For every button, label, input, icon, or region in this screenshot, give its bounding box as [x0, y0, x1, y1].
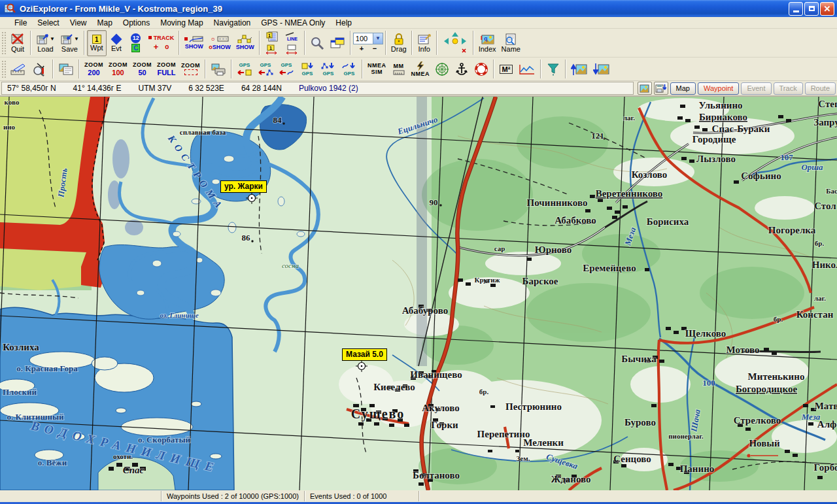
map-info-button[interactable]: Info — [415, 30, 434, 56]
close-button[interactable]: ✕ — [820, 2, 834, 16]
separator — [205, 59, 206, 78]
minimize-button[interactable] — [789, 2, 803, 16]
waypoints-used-cell: Waypoints Used : 2 of 10000 (GPS:1000) — [162, 491, 305, 501]
gps-get-track-button[interactable]: GPS — [339, 59, 360, 79]
save-disk-icon — [60, 33, 73, 45]
map-place-label: сплавная база — [180, 128, 226, 136]
restore-button[interactable] — [804, 2, 819, 16]
zoom-100-button[interactable]: ZOOM 100 — [106, 59, 130, 79]
waypoint-label[interactable]: ур. Жарки — [220, 180, 267, 193]
waypoint-find-button[interactable]: Waypoint — [698, 82, 739, 95]
zoom-dropdown-button[interactable]: ▼ — [373, 33, 383, 44]
zoom-200-button[interactable]: ZOOM 200 — [82, 59, 106, 79]
compass-icon — [435, 62, 449, 76]
funnel-icon — [547, 63, 559, 76]
menu-navigation[interactable]: Navigation — [209, 18, 256, 28]
copy-map-image-button[interactable] — [56, 59, 77, 79]
track-find-button[interactable]: Track — [774, 82, 803, 95]
pan-control[interactable] — [439, 30, 471, 56]
svg-text:I: I — [481, 35, 483, 41]
quick-save-button[interactable] — [654, 82, 668, 95]
moving-map-button[interactable]: MM — [389, 59, 409, 79]
screenshot-button[interactable] — [638, 82, 652, 95]
gps-get-routes-button[interactable]: GPS — [318, 59, 339, 79]
map-canvas[interactable]: ковоино84сплавная базаЕцильничоКОСТРОМАП… — [0, 97, 837, 490]
zoom-out-button[interactable]: − — [369, 46, 380, 53]
area-measure-button[interactable]: M² — [496, 59, 516, 79]
drag-map-button[interactable]: Drag — [388, 30, 409, 56]
menu-moving-map[interactable]: Moving Map — [155, 18, 208, 28]
load-dropdown-arrow[interactable]: ▼ — [50, 37, 55, 42]
gps-send-routes-button[interactable]: GPS — [255, 59, 276, 79]
show-routes-button[interactable]: SHOW — [233, 30, 257, 56]
map-place-label: Орша — [801, 162, 823, 172]
track-circle[interactable]: o — [165, 43, 169, 50]
save-dropdown-arrow[interactable]: ▼ — [74, 37, 79, 42]
restore-icon — [809, 6, 815, 11]
filter-button[interactable] — [543, 59, 563, 79]
zoom-50-button[interactable]: ZOOM 50 — [130, 59, 154, 79]
menu-options[interactable]: Options — [118, 18, 155, 28]
map-place-label: Степ — [818, 99, 837, 109]
menu-help[interactable]: Help — [330, 18, 357, 28]
compass-button[interactable] — [432, 59, 452, 79]
anchor-button[interactable] — [452, 59, 471, 79]
waypoint-label[interactable]: Мазай 5.0 — [342, 348, 387, 361]
line-style-button[interactable]: LINE — [282, 30, 302, 42]
waypoint-box-icon — [217, 36, 229, 42]
man-overboard-button[interactable] — [471, 59, 491, 79]
nmea-monitor-button[interactable]: NMEA — [409, 59, 433, 79]
event-find-button[interactable]: Event — [741, 82, 771, 95]
zoom-window-button[interactable]: ZOOM — [179, 59, 203, 79]
box-size-button[interactable] — [282, 43, 302, 56]
map-view-settings-button[interactable] — [327, 30, 348, 56]
profile-button[interactable] — [516, 59, 538, 79]
waypoint-mode-button[interactable]: 1 Wpt — [87, 30, 107, 56]
save-button[interactable]: ▼ Save — [58, 30, 82, 56]
zoom-full-button[interactable]: ZOOM FULL — [154, 59, 179, 79]
load-button[interactable]: ▼ Load — [33, 30, 58, 56]
map-index-button[interactable]: I q Index — [476, 30, 499, 56]
map-check-button[interactable] — [29, 59, 50, 79]
track-plus[interactable]: + — [154, 42, 159, 52]
toolbar-gripper[interactable] — [1, 60, 6, 78]
gps-send-track-button[interactable]: GPS — [276, 59, 297, 79]
zoom-level-value[interactable]: 100 — [354, 33, 373, 44]
map-place-label: Козлово — [632, 169, 668, 180]
nmea-simulator-button[interactable]: NMEA SIM — [365, 59, 389, 79]
menu-map[interactable]: Map — [92, 18, 118, 28]
quit-button[interactable]: Quit — [7, 30, 28, 56]
waypoint-size-button[interactable]: 1 — [262, 43, 282, 56]
show-track-button[interactable]: SHOW — [182, 30, 206, 56]
route-find-button[interactable]: Route — [805, 82, 836, 95]
gps-get-waypoints-button[interactable]: GPS — [297, 59, 318, 79]
toolbar-gripper[interactable] — [1, 31, 6, 54]
load-next-map-button[interactable] — [590, 59, 613, 79]
menu-view[interactable]: View — [65, 18, 92, 28]
gps-send-waypoints-button[interactable]: GPS — [234, 59, 255, 79]
map-find-button[interactable]: Map — [670, 82, 696, 95]
menu-file[interactable]: File — [9, 18, 32, 28]
name-search-icon — [504, 33, 518, 45]
menu-bar: File Select View Map Options Moving Map … — [0, 17, 837, 29]
menu-select[interactable]: Select — [32, 18, 64, 28]
waypoint-number-toggle[interactable]: 12 C — [126, 30, 146, 56]
check-calibration-icon — [32, 62, 48, 76]
print-button[interactable] — [208, 59, 229, 79]
find-map-by-name-button[interactable]: Name — [499, 30, 523, 56]
track-tail-controls[interactable]: TRACK + o — [146, 30, 177, 56]
zoom-in-button[interactable]: + — [356, 46, 367, 53]
show-waypoints-button[interactable]: ○ oSHOW — [206, 30, 233, 56]
svg-text:1: 1 — [269, 46, 272, 50]
get-track-icon — [341, 62, 357, 70]
waypoint-number-icon: 12 — [131, 33, 141, 43]
map-place-label: Барское — [522, 276, 558, 286]
title-bar[interactable]: OziExplorer - From Mikle_V - Kostroma_re… — [0, 0, 837, 17]
event-mode-button[interactable]: Evt — [107, 30, 126, 56]
map-edit-button[interactable] — [7, 59, 29, 79]
waypoint-list-button[interactable]: 1 — [262, 30, 282, 42]
load-previous-map-button[interactable] — [568, 59, 590, 79]
menu-gps-nmea[interactable]: GPS - NMEA Only — [256, 18, 330, 28]
magnify-button[interactable] — [307, 30, 327, 56]
map-place-label: Щелково — [685, 328, 726, 339]
